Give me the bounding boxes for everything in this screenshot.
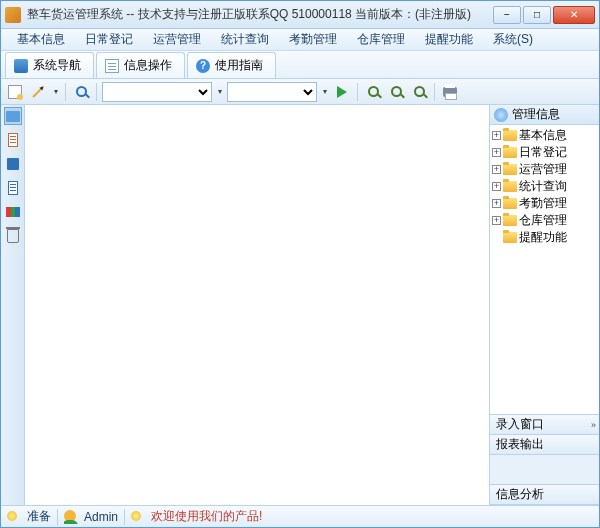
- folder-icon: [503, 130, 517, 141]
- menu-attendance[interactable]: 考勤管理: [279, 29, 347, 50]
- folder-icon: [503, 181, 517, 192]
- left-tool-block[interactable]: [4, 155, 22, 173]
- folder-icon: [503, 198, 517, 209]
- window-title: 整车货运管理系统 -- 技术支持与注册正版联系QQ 510000118 当前版本…: [27, 6, 491, 23]
- doc-icon: [8, 181, 18, 195]
- tree-node-daily[interactable]: +日常登记: [492, 144, 597, 161]
- note-icon: [8, 133, 18, 147]
- block-icon: [7, 158, 19, 170]
- main-canvas[interactable]: [25, 105, 489, 505]
- menu-system[interactable]: 系统(S): [483, 29, 543, 50]
- left-toolbar: [1, 105, 25, 505]
- tree-label: 提醒功能: [519, 229, 567, 246]
- globe-icon: [494, 108, 508, 122]
- panel-spacer: [490, 455, 599, 485]
- expand-icon[interactable]: +: [492, 199, 501, 208]
- dropdown-arrow-icon: ▾: [320, 82, 329, 102]
- titlebar: 整车货运管理系统 -- 技术支持与注册正版联系QQ 510000118 当前版本…: [1, 1, 599, 29]
- trash-icon: [7, 229, 19, 243]
- dropdown-arrow-icon: ▾: [215, 82, 224, 102]
- menu-daily-register[interactable]: 日常登记: [75, 29, 143, 50]
- magnifier-icon: [76, 86, 87, 97]
- tree-node-attend[interactable]: +考勤管理: [492, 195, 597, 212]
- minimize-button[interactable]: −: [493, 6, 521, 24]
- expand-icon[interactable]: +: [492, 182, 501, 191]
- expand-icon[interactable]: +: [492, 131, 501, 140]
- window-controls: − □ ✕: [491, 6, 595, 24]
- filter-select-1[interactable]: [102, 82, 212, 102]
- app-icon: [5, 7, 21, 23]
- edit-button[interactable]: [28, 82, 48, 102]
- panel-btn-input[interactable]: 录入窗口»: [490, 415, 599, 435]
- search-button-3[interactable]: [409, 82, 429, 102]
- menu-reminder[interactable]: 提醒功能: [415, 29, 483, 50]
- nav-icon: [14, 59, 28, 73]
- tabbar: 系统导航 信息操作 ? 使用指南: [1, 51, 599, 79]
- menu-basic-info[interactable]: 基本信息: [7, 29, 75, 50]
- status-user: Admin: [84, 510, 118, 524]
- search-button-1[interactable]: [363, 82, 383, 102]
- separator: [65, 83, 66, 101]
- tree-node-reminder[interactable]: 提醒功能: [492, 229, 597, 246]
- left-tool-chart[interactable]: [4, 203, 22, 221]
- window-icon: [6, 111, 20, 122]
- panel-btn-label: 报表输出: [496, 436, 544, 453]
- tab-label: 信息操作: [124, 57, 172, 74]
- left-tool-window[interactable]: [4, 107, 22, 125]
- run-button[interactable]: [332, 82, 352, 102]
- folder-icon: [503, 232, 517, 243]
- panel-btn-analysis[interactable]: 信息分析: [490, 485, 599, 505]
- tree-node-basic[interactable]: +基本信息: [492, 127, 597, 144]
- separator: [96, 83, 97, 101]
- separator: [434, 83, 435, 101]
- left-tool-doc[interactable]: [4, 179, 22, 197]
- new-icon: [8, 85, 22, 99]
- search-icon: [391, 86, 402, 97]
- printer-icon: [443, 87, 457, 97]
- tree-node-warehouse[interactable]: +仓库管理: [492, 212, 597, 229]
- tree-label: 仓库管理: [519, 212, 567, 229]
- left-tool-note[interactable]: [4, 131, 22, 149]
- left-tool-trash[interactable]: [4, 227, 22, 245]
- menubar: 基本信息 日常登记 运营管理 统计查询 考勤管理 仓库管理 提醒功能 系统(S): [1, 29, 599, 51]
- chart-icon: [6, 207, 20, 217]
- folder-icon: [503, 215, 517, 226]
- help-icon: ?: [196, 59, 210, 73]
- expand-icon[interactable]: +: [492, 165, 501, 174]
- maximize-button[interactable]: □: [523, 6, 551, 24]
- status-welcome: 欢迎使用我们的产品!: [151, 508, 262, 525]
- bulb-icon: [131, 510, 145, 524]
- tab-system-nav[interactable]: 系统导航: [5, 52, 94, 78]
- new-button[interactable]: [5, 82, 25, 102]
- menu-stats-query[interactable]: 统计查询: [211, 29, 279, 50]
- panel-btn-label: 信息分析: [496, 486, 544, 503]
- tab-info-ops[interactable]: 信息操作: [96, 52, 185, 78]
- search-icon: [414, 86, 425, 97]
- expand-icon[interactable]: +: [492, 216, 501, 225]
- tab-label: 使用指南: [215, 57, 263, 74]
- zoom-button[interactable]: [71, 82, 91, 102]
- search-icon: [368, 86, 379, 97]
- tree-label: 统计查询: [519, 178, 567, 195]
- tree-node-ops[interactable]: +运营管理: [492, 161, 597, 178]
- right-panel-bottom: 录入窗口» 报表输出 信息分析: [490, 414, 599, 505]
- tab-user-guide[interactable]: ? 使用指南: [187, 52, 276, 78]
- statusbar: 准备 Admin 欢迎使用我们的产品!: [1, 505, 599, 527]
- menu-warehouse[interactable]: 仓库管理: [347, 29, 415, 50]
- nav-tree: +基本信息 +日常登记 +运营管理 +统计查询 +考勤管理 +仓库管理 提醒功能: [490, 125, 599, 414]
- tree-label: 基本信息: [519, 127, 567, 144]
- bulb-icon: [7, 510, 21, 524]
- panel-btn-report[interactable]: 报表输出: [490, 435, 599, 455]
- menu-operations[interactable]: 运营管理: [143, 29, 211, 50]
- expand-chevron-icon: »: [591, 420, 596, 430]
- edit-dropdown[interactable]: ▾: [51, 82, 60, 102]
- filter-select-2[interactable]: [227, 82, 317, 102]
- right-panel: 管理信息 +基本信息 +日常登记 +运营管理 +统计查询 +考勤管理 +仓库管理…: [489, 105, 599, 505]
- print-button[interactable]: [440, 82, 460, 102]
- search-button-2[interactable]: [386, 82, 406, 102]
- right-panel-header: 管理信息: [490, 105, 599, 125]
- expand-icon[interactable]: +: [492, 148, 501, 157]
- close-button[interactable]: ✕: [553, 6, 595, 24]
- tab-label: 系统导航: [33, 57, 81, 74]
- tree-node-stats[interactable]: +统计查询: [492, 178, 597, 195]
